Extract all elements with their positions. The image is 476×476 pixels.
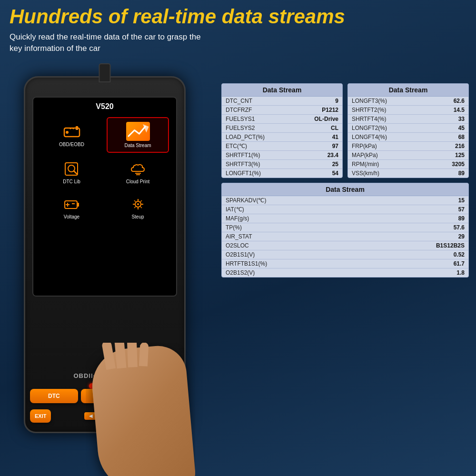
- tables-container: Data Stream DTC_CNT9DTCFRZFP1212FUELSYS1…: [221, 83, 469, 278]
- svg-line-23: [134, 207, 136, 208]
- row-label: O2B1S1(V): [226, 251, 255, 258]
- row-label: LONGFT1(%): [226, 170, 261, 177]
- dtc-button[interactable]: DTC: [30, 389, 78, 403]
- row-value: P1212: [322, 107, 338, 113]
- row-value: 23.4: [327, 152, 338, 159]
- menu-item-datastream[interactable]: Data Stream: [107, 117, 169, 153]
- row-value: 125: [455, 152, 465, 159]
- setup-icon: [129, 196, 148, 212]
- table-row: DTCFRZFP1212: [222, 106, 342, 115]
- table-row: TP(%)57.6: [222, 223, 468, 232]
- row-value: 54: [332, 170, 338, 177]
- table3-header: Data Stream: [222, 183, 468, 196]
- row-value: 0.52: [454, 251, 465, 258]
- row-label: O2B1S2(V): [226, 269, 255, 276]
- table-row: O2SLOCB1S12B2S: [222, 241, 468, 250]
- row-value: 3205: [452, 161, 465, 168]
- row-label: MAP(kPa): [352, 152, 378, 159]
- exit-button[interactable]: EXIT: [30, 409, 51, 423]
- row-value: 89: [458, 170, 465, 177]
- obd-label: OBD/EOBD: [59, 142, 84, 147]
- obd-icon: [62, 123, 81, 140]
- row-label: ETC(℃): [226, 143, 247, 149]
- table2-header: Data Stream: [348, 84, 468, 97]
- row-value: 45: [458, 125, 465, 131]
- menu-item-voltage[interactable]: Voltage: [40, 192, 103, 223]
- row-value: 33: [458, 116, 465, 122]
- row-label: SHRTFT2(%): [352, 107, 386, 113]
- row-label: LOAD_PCT(%): [226, 134, 265, 140]
- header: Hundreds of real-time data streams Quick…: [10, 6, 466, 54]
- hand: [89, 344, 195, 476]
- table-row: LONGFT4(%)68: [348, 133, 468, 142]
- cloudprint-label: Cloud Print: [126, 179, 149, 184]
- row-label: FUELSYS1: [226, 116, 255, 122]
- row-value: 25: [332, 161, 338, 168]
- row-value: 62.6: [454, 98, 465, 104]
- datastream-icon: [126, 122, 150, 141]
- table-row: O2B1S1(V)0.52: [222, 250, 468, 259]
- table-row: LOAD_PCT(%)41: [222, 133, 342, 142]
- table-row: ETC(℃)97: [222, 142, 342, 151]
- row-value: 14.5: [454, 107, 465, 113]
- row-label: HRTFTB1S1(%): [226, 260, 267, 267]
- table-row: AIR_STAT29: [222, 232, 468, 241]
- antenna: [99, 63, 111, 82]
- row-label: MAF(g/s): [226, 215, 249, 222]
- data-table-2: Data Stream LONGFT3(%)62.6SHRTFT2(%)14.5…: [347, 83, 469, 178]
- table-row: HRTFTB1S1(%)61.7: [222, 259, 468, 268]
- menu-grid: OBD/EOBD Data Stream: [38, 115, 171, 226]
- menu-item-dtclib[interactable]: DTC Lib: [40, 157, 103, 188]
- page-subtitle: Quickly read the real-time data of the c…: [10, 31, 466, 54]
- row-label: SHRTFT3(%): [226, 161, 260, 168]
- table-row: RPM(/min)3205: [348, 160, 468, 169]
- row-label: RPM(/min): [352, 161, 379, 168]
- hand-wrapper: [86, 343, 195, 476]
- row-label: DTCFRZF: [226, 107, 252, 113]
- svg-point-15: [137, 203, 139, 205]
- menu-item-setup[interactable]: Steup: [107, 192, 169, 223]
- row-label: FUELSYS2: [226, 125, 255, 131]
- row-label: SHRTFT1(%): [226, 152, 260, 159]
- row-value: 61.7: [454, 260, 465, 267]
- table-row: MAF(g/s)89: [222, 214, 468, 223]
- row-value: 57.6: [454, 224, 465, 231]
- table-row: SPARKADV(℃)15: [222, 196, 468, 205]
- table-row: LONGFT1(%)54: [222, 169, 342, 178]
- svg-line-6: [74, 171, 77, 174]
- row-label: LONGFT3(%): [352, 98, 387, 104]
- table-row: VSS(km/h)89: [348, 169, 468, 178]
- menu-item-obd[interactable]: OBD/EOBD: [40, 117, 103, 153]
- table-row: SHRTFT4(%)33: [348, 115, 468, 124]
- table-row: SHRTFT1(%)23.4: [222, 151, 342, 160]
- table-row: IAT(℃)57: [222, 205, 468, 214]
- row-label: VSS(km/h): [352, 170, 379, 177]
- row-value: B1S12B2S: [436, 242, 465, 249]
- row-label: TP(%): [226, 224, 242, 231]
- dtclib-label: DTC Lib: [63, 179, 80, 184]
- datastream-label: Data Stream: [124, 143, 151, 148]
- row-value: 68: [458, 134, 465, 140]
- table-row: LONGFT3(%)62.6: [348, 97, 468, 106]
- device-screen: V520: [32, 97, 177, 297]
- cloudprint-icon: [129, 160, 148, 177]
- svg-line-22: [140, 200, 142, 202]
- table-row: FUELSYS1OL-Drive: [222, 115, 342, 124]
- device-model: V520: [38, 102, 171, 111]
- row-value: 29: [458, 233, 465, 240]
- screen-content: V520: [33, 98, 176, 296]
- table-row: FRP(kPa)216: [348, 142, 468, 151]
- row-value: 9: [335, 98, 338, 104]
- row-value: 216: [455, 143, 465, 149]
- data-table-1: Data Stream DTC_CNT9DTCFRZFP1212FUELSYS1…: [221, 83, 343, 178]
- row-value: 1.8: [456, 269, 465, 276]
- table1-rows: DTC_CNT9DTCFRZFP1212FUELSYS1OL-DriveFUEL…: [222, 97, 342, 178]
- top-tables: Data Stream DTC_CNT9DTCFRZFP1212FUELSYS1…: [221, 83, 469, 178]
- row-value: 15: [458, 197, 465, 204]
- row-label: SHRTFT4(%): [352, 116, 386, 122]
- menu-item-cloudprint[interactable]: Cloud Print: [107, 157, 169, 188]
- table-row: MAP(kPa)125: [348, 151, 468, 160]
- row-value: 57: [458, 206, 465, 213]
- table1-header: Data Stream: [222, 84, 342, 97]
- svg-line-21: [140, 207, 142, 208]
